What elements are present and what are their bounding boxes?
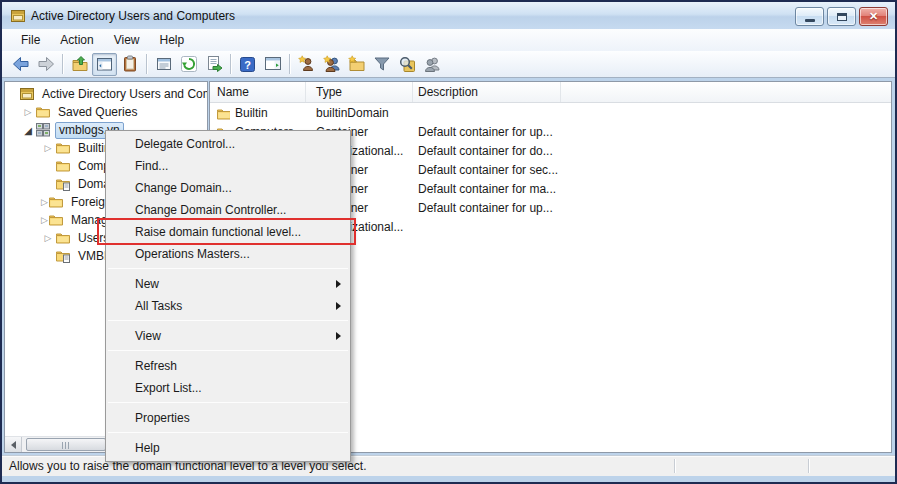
close-button[interactable]: ✕ xyxy=(859,7,888,26)
menu-item-label: Export List... xyxy=(135,381,202,395)
new-group-icon xyxy=(323,55,341,73)
menu-action[interactable]: Action xyxy=(50,30,103,50)
context-menu: Delegate Control...Find...Change Domain.… xyxy=(105,130,351,462)
cell-description: Default container for sec... xyxy=(413,163,743,177)
menu-help[interactable]: Help xyxy=(150,30,195,50)
properties-window-button[interactable] xyxy=(151,53,176,76)
domain-icon xyxy=(35,122,51,138)
folder-icon xyxy=(55,158,71,174)
scroll-left-button[interactable] xyxy=(5,437,22,452)
refresh-button[interactable] xyxy=(176,53,201,76)
cell-description: Default container for up... xyxy=(413,201,743,215)
menu-item-view[interactable]: View xyxy=(106,325,350,347)
menu-item-label: Change Domain... xyxy=(135,181,232,195)
menu-item-label: New xyxy=(135,277,159,291)
toolbar-separator xyxy=(146,54,147,74)
cell-type: builtinDomain xyxy=(306,106,413,120)
menu-item-properties[interactable]: Properties xyxy=(106,407,350,429)
show-action-pane-button[interactable] xyxy=(260,53,285,76)
cell-description: Default container for up... xyxy=(413,125,743,139)
menu-file[interactable]: File xyxy=(11,30,50,50)
new-organizational-unit-button[interactable] xyxy=(344,53,369,76)
window-controls: ✕ xyxy=(795,7,888,26)
refresh-icon xyxy=(180,55,198,73)
folder-icon xyxy=(55,140,71,156)
menu-item-refresh[interactable]: Refresh xyxy=(106,355,350,377)
back-icon xyxy=(12,55,30,73)
forward-button[interactable] xyxy=(33,53,58,76)
folder-icon xyxy=(55,230,71,246)
column-header-description[interactable]: Description xyxy=(413,82,561,102)
cell-description: Default container for do... xyxy=(413,144,743,158)
export-list-button[interactable] xyxy=(201,53,226,76)
mmc-console-icon xyxy=(10,8,26,24)
folder-icon xyxy=(216,106,230,120)
maximize-button[interactable] xyxy=(827,7,856,26)
menu-item-label: View xyxy=(135,329,161,343)
collapse-arrow-icon[interactable]: ◢ xyxy=(21,125,35,136)
expand-arrow-icon[interactable]: ▷ xyxy=(41,215,48,225)
new-user-button[interactable] xyxy=(294,53,319,76)
expand-arrow-icon[interactable]: ▷ xyxy=(41,233,55,243)
minimize-button[interactable] xyxy=(795,7,824,26)
list-row-builtin[interactable]: BuiltinbuiltinDomain xyxy=(210,103,891,122)
menu-item-new[interactable]: New xyxy=(106,273,350,295)
toolbar-separator xyxy=(62,54,63,74)
folder-icon xyxy=(35,104,51,120)
expand-arrow-icon[interactable]: ▷ xyxy=(21,107,35,117)
menu-item-find[interactable]: Find... xyxy=(106,155,350,177)
tree-item-active-directory-users-and-computers[interactable]: Active Directory Users and Computers xyxy=(5,85,207,103)
menu-item-change-domain[interactable]: Change Domain... xyxy=(106,177,350,199)
aduc-window: Active Directory Users and Computers ✕ F… xyxy=(0,0,897,484)
title-bar[interactable]: Active Directory Users and Computers ✕ xyxy=(2,2,895,29)
scroll-left-icon xyxy=(11,441,16,449)
cell-description: Default container for ma... xyxy=(413,182,743,196)
menu-item-delegate-control[interactable]: Delegate Control... xyxy=(106,133,350,155)
up-one-level-button[interactable] xyxy=(67,53,92,76)
svg-text:?: ? xyxy=(244,58,251,70)
menu-item-label: Help xyxy=(135,441,160,455)
submenu-arrow-icon xyxy=(336,280,341,288)
menu-item-label: Change Domain Controller... xyxy=(135,203,286,217)
filter-icon xyxy=(373,55,391,73)
show-console-tree-button[interactable] xyxy=(92,53,117,76)
find-button[interactable] xyxy=(394,53,419,76)
column-header-name[interactable]: Name xyxy=(210,82,306,102)
cell-name: Builtin xyxy=(235,106,268,120)
menu-view[interactable]: View xyxy=(104,30,150,50)
new-user-icon xyxy=(298,55,316,73)
back-button[interactable] xyxy=(8,53,33,76)
toolbar-separator xyxy=(289,54,290,74)
tree-item-label: Active Directory Users and Computers xyxy=(39,87,208,102)
help-button[interactable]: ? xyxy=(235,53,260,76)
folder-icon xyxy=(48,212,64,228)
statusbar-divider xyxy=(674,459,675,473)
scrollbar-thumb[interactable] xyxy=(26,438,106,451)
menu-separator xyxy=(108,268,348,269)
find-icon xyxy=(398,55,416,73)
menu-item-export-list[interactable]: Export List... xyxy=(106,377,350,399)
help-icon: ? xyxy=(239,56,256,73)
maximize-icon xyxy=(837,13,847,21)
special-permissions-button[interactable] xyxy=(419,53,444,76)
column-header-type[interactable]: Type xyxy=(306,82,413,102)
menu-item-operations-masters[interactable]: Operations Masters... xyxy=(106,243,350,265)
menu-item-help[interactable]: Help xyxy=(106,437,350,459)
menu-separator xyxy=(108,320,348,321)
clipboard-button[interactable] xyxy=(117,53,142,76)
submenu-arrow-icon xyxy=(336,302,341,310)
submenu-arrow-icon xyxy=(336,332,341,340)
ou-icon xyxy=(55,248,71,264)
statusbar-divider xyxy=(808,459,809,473)
menu-separator xyxy=(108,432,348,433)
expand-arrow-icon[interactable]: ▷ xyxy=(41,197,48,207)
column-header-blank xyxy=(561,82,891,102)
filter-button[interactable] xyxy=(369,53,394,76)
tree-item-saved-queries[interactable]: ▷Saved Queries xyxy=(5,103,207,121)
new-group-button[interactable] xyxy=(319,53,344,76)
menu-item-all-tasks[interactable]: All Tasks xyxy=(106,295,350,317)
up-one-level-icon xyxy=(71,55,89,73)
special-permissions-icon xyxy=(423,55,441,73)
expand-arrow-icon[interactable]: ▷ xyxy=(41,143,55,153)
menu-separator xyxy=(108,350,348,351)
